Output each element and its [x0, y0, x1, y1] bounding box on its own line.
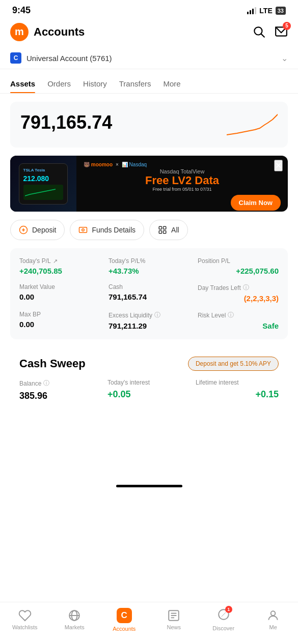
- watchlists-icon: [18, 609, 32, 622]
- account-name: Universal Account (5761): [26, 54, 112, 63]
- tab-transfers[interactable]: Transfers: [119, 74, 151, 93]
- cash-sweep-title: Cash Sweep: [19, 357, 86, 370]
- promo-banner: TSLA Tesla 212.080 🐻 moomoo × 📊 Nasdaq: [10, 156, 288, 212]
- stats-row-3: Max BP 0.00 Excess Liquidity ⓘ 791,211.2…: [19, 311, 279, 330]
- risk-level-stat: Risk Level ⓘ Safe: [198, 311, 279, 330]
- mail-button[interactable]: 5: [275, 25, 288, 40]
- tab-assets[interactable]: Assets: [10, 74, 35, 93]
- cash-sweep-stats: Balance ⓘ 385.96 Today's interest +0.05 …: [19, 379, 279, 401]
- today-pl-label: Today's P/L: [19, 257, 51, 265]
- deposit-icon: [19, 225, 28, 235]
- today-pl-pct-label: Today's P/L%: [109, 257, 145, 265]
- banner-image: TSLA Tesla 212.080: [10, 156, 76, 212]
- header-actions: 5: [252, 25, 288, 40]
- svg-rect-13: [164, 231, 166, 233]
- balance-amount: 791,165.74: [20, 112, 112, 133]
- max-bp-label: Max BP: [19, 311, 41, 318]
- balance-chart: [227, 112, 278, 137]
- account-selector[interactable]: C Universal Account (5761) ⌄: [0, 47, 298, 69]
- nav-me[interactable]: Me: [258, 609, 288, 630]
- bottom-nav: Watchlists Markets C Accounts News: [0, 602, 298, 644]
- banner-trial: Free trial from 05/01 to 07/31: [84, 187, 281, 192]
- export-icon: ↗: [53, 258, 58, 265]
- svg-marker-22: [221, 612, 226, 617]
- svg-rect-8: [79, 227, 87, 233]
- battery-indicator: 33: [276, 7, 286, 15]
- funds-icon: [78, 225, 88, 235]
- cash-sweep-card: Cash Sweep Deposit and get 5.10% APY Bal…: [10, 347, 288, 411]
- claim-now-button[interactable]: Claim Now: [231, 195, 281, 211]
- nav-watchlists-label: Watchlists: [12, 624, 38, 630]
- search-icon: [252, 25, 265, 38]
- all-button[interactable]: All: [149, 220, 188, 240]
- nav-accounts-label: Accounts: [113, 626, 136, 632]
- cs-lifetime-interest-label: Lifetime interest: [196, 379, 239, 386]
- mail-badge: 5: [283, 22, 291, 30]
- nav-news-label: News: [167, 624, 181, 630]
- app-logo: m: [10, 23, 29, 41]
- max-bp-stat: Max BP 0.00: [19, 311, 100, 330]
- stats-card: Today's P/L ↗ +240,705.85 Today's P/L% +…: [10, 248, 288, 339]
- cash-label: Cash: [109, 283, 123, 290]
- svg-line-3: [261, 34, 264, 37]
- signal-bar-1: [247, 12, 249, 14]
- status-right: LTE 33: [247, 7, 286, 15]
- market-value-label: Market Value: [19, 283, 55, 290]
- svg-rect-10: [159, 226, 161, 229]
- excess-liquidity-info-icon: ⓘ: [154, 311, 160, 319]
- cs-balance-value: 385.96: [19, 391, 102, 401]
- max-bp-value: 0.00: [19, 320, 100, 329]
- cs-today-interest-value: +0.05: [107, 389, 191, 400]
- risk-level-value: Safe: [198, 321, 279, 330]
- funds-details-label: Funds Details: [92, 226, 136, 234]
- svg-rect-12: [159, 231, 161, 233]
- nav-discover[interactable]: 1 Discover: [208, 608, 239, 631]
- funds-details-button[interactable]: Funds Details: [70, 220, 144, 240]
- nav-markets[interactable]: Markets: [59, 609, 90, 630]
- nav-accounts[interactable]: C Accounts: [109, 607, 140, 632]
- status-time: 9:45: [12, 5, 31, 16]
- search-button[interactable]: [252, 25, 265, 40]
- markets-icon: [68, 609, 81, 622]
- nav-watchlists[interactable]: Watchlists: [10, 609, 40, 630]
- account-selector-left: C Universal Account (5761): [10, 52, 112, 64]
- grid-icon: [158, 225, 167, 235]
- banner-text: 🐻 moomoo × 📊 Nasdaq Nasdaq TotalView Fre…: [76, 156, 288, 212]
- excess-liquidity-value: 791,211.29: [109, 321, 189, 330]
- svg-point-9: [82, 229, 85, 231]
- news-icon: [167, 609, 180, 622]
- apy-badge-button[interactable]: Deposit and get 5.10% APY: [188, 357, 279, 371]
- balance-card: 791,165.74: [10, 102, 288, 148]
- svg-text:m: m: [15, 26, 24, 37]
- nav-markets-label: Markets: [65, 624, 85, 630]
- deposit-button[interactable]: Deposit: [10, 220, 65, 240]
- nav-news[interactable]: News: [158, 609, 189, 630]
- status-bar: 9:45 LTE 33: [0, 0, 298, 19]
- excess-liquidity-stat: Excess Liquidity ⓘ 791,211.29: [109, 311, 189, 330]
- day-trades-stat: Day Trades Left ⓘ (2,2,3,3,3): [198, 283, 279, 303]
- me-icon: [266, 609, 280, 622]
- position-pl-label: Position P/L: [198, 257, 230, 265]
- cs-lifetime-interest-stat: Lifetime interest +0.15: [196, 379, 279, 401]
- banner-headline: Free LV2 Data: [84, 174, 281, 187]
- accounts-nav-icon: C: [121, 610, 127, 621]
- tab-history[interactable]: History: [83, 74, 107, 93]
- tabs-container: Assets Orders History Transfers More: [0, 74, 298, 94]
- banner-close-button[interactable]: ✕: [274, 160, 283, 171]
- risk-level-info-icon: ⓘ: [228, 311, 234, 319]
- tab-orders[interactable]: Orders: [47, 74, 71, 93]
- signal-bar-3: [252, 9, 254, 14]
- svg-point-23: [271, 611, 276, 616]
- day-trades-info-icon: ⓘ: [243, 283, 249, 292]
- market-value-value: 0.00: [19, 292, 100, 301]
- position-pl-value: +225,075.60: [198, 267, 279, 275]
- discover-badge: 1: [225, 606, 232, 613]
- signal-bar-4: [255, 7, 256, 14]
- cash-stat: Cash 791,165.74: [109, 283, 189, 303]
- stats-row-1: Today's P/L ↗ +240,705.85 Today's P/L% +…: [19, 257, 279, 275]
- svg-rect-11: [164, 226, 166, 229]
- page-title: Accounts: [34, 25, 85, 39]
- tab-more[interactable]: More: [164, 74, 181, 93]
- account-icon: C: [10, 52, 21, 64]
- today-pl-pct-value: +43.73%: [109, 267, 189, 275]
